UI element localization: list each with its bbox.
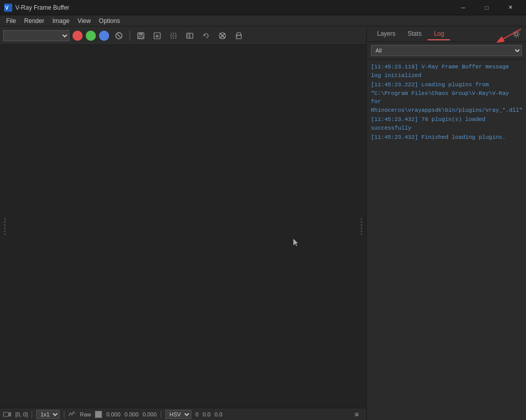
main-layout: [0, 0] 1x1 Raw 0.000 xyxy=(0,27,526,420)
log-entry-3: [11:45:23.432] Finished loading plugins. xyxy=(371,133,522,142)
menu-options[interactable]: Options xyxy=(95,16,124,26)
status-value3: 0.000 xyxy=(143,411,157,417)
window-title: V-Ray Frame Buffer xyxy=(15,4,69,11)
svg-rect-6 xyxy=(139,36,143,38)
right-drag-handle xyxy=(361,218,362,235)
status-num3: 0.0 xyxy=(215,411,222,417)
status-value2: 0.000 xyxy=(124,411,139,417)
tab-stats[interactable]: Stats xyxy=(402,28,428,40)
log-entry-0: [11:45:23.118] V-Ray Frame Buffer messag… xyxy=(371,63,522,80)
status-sep-1 xyxy=(32,411,32,418)
color-red-button[interactable] xyxy=(72,31,83,41)
menu-bar: File Render Image View Options xyxy=(0,15,526,27)
log-filter-dropdown[interactable]: All Info Warning Error xyxy=(371,45,522,56)
rotate-button[interactable] xyxy=(199,29,213,42)
canvas-area: [0, 0] 1x1 Raw 0.000 xyxy=(0,27,367,420)
clear-button[interactable] xyxy=(216,29,229,42)
status-colormode: HSV xyxy=(165,410,191,419)
toolbar xyxy=(0,27,366,45)
svg-text:V: V xyxy=(5,5,9,11)
status-channel-icon xyxy=(68,411,76,418)
status-num2: 0.0 xyxy=(203,411,210,417)
toolbar-sep-1 xyxy=(130,31,130,41)
tabs-bar: Layers Stats Log xyxy=(367,27,526,42)
tab-log[interactable]: Log xyxy=(428,28,450,40)
svg-point-22 xyxy=(515,33,518,36)
log-entry-2: [11:45:23.432] 78 plugin(s) loaded succe… xyxy=(371,115,522,132)
save-button[interactable] xyxy=(134,29,147,42)
left-drag-handle xyxy=(4,218,6,235)
menu-image[interactable]: Image xyxy=(48,16,73,26)
tabs-left: Layers Stats Log xyxy=(371,28,450,40)
select-region-button[interactable] xyxy=(167,29,180,42)
menu-file[interactable]: File xyxy=(2,16,20,26)
status-render-icon xyxy=(3,410,11,418)
svg-rect-14 xyxy=(187,33,190,38)
status-sep-3 xyxy=(161,411,161,418)
svg-line-3 xyxy=(117,34,120,37)
close-button[interactable]: ✕ xyxy=(498,0,522,15)
title-bar-left: V V-Ray Frame Buffer xyxy=(4,4,69,12)
compare-button[interactable] xyxy=(183,29,196,42)
svg-marker-19 xyxy=(9,412,11,416)
zoom-dropdown[interactable]: 1x1 xyxy=(36,410,60,419)
export-button[interactable] xyxy=(151,29,164,42)
cursor-indicator xyxy=(293,239,299,247)
layer-dropdown[interactable] xyxy=(3,30,69,41)
svg-rect-18 xyxy=(4,412,9,416)
status-expand-button[interactable]: ≡ xyxy=(350,408,363,421)
tab-settings-button[interactable] xyxy=(511,29,522,40)
tab-layers[interactable]: Layers xyxy=(371,28,402,40)
menu-render[interactable]: Render xyxy=(20,16,48,26)
status-bar: [0, 0] 1x1 Raw 0.000 xyxy=(0,408,366,420)
status-color-swatch xyxy=(95,411,102,418)
color-mode-dropdown[interactable]: HSV xyxy=(165,410,191,419)
svg-rect-5 xyxy=(139,33,143,35)
minimize-button[interactable]: ─ xyxy=(452,0,475,15)
reset-color-button[interactable] xyxy=(112,29,126,42)
log-filter-area: All Info Warning Error xyxy=(367,42,526,60)
status-coords: [0, 0] xyxy=(15,411,28,417)
canvas-viewport[interactable] xyxy=(0,45,366,408)
status-zoom: 1x1 xyxy=(36,410,60,419)
right-panel: Layers Stats Log All Info Warning Error xyxy=(367,27,526,420)
title-bar-controls: ─ □ ✕ xyxy=(452,0,522,15)
bucket-button[interactable] xyxy=(232,29,245,42)
maximize-button[interactable]: □ xyxy=(475,0,498,15)
color-blue-button[interactable] xyxy=(99,31,109,41)
color-green-button[interactable] xyxy=(86,31,96,41)
status-channel-label: Raw xyxy=(80,411,91,417)
log-entry-1: [11:45:23.222] Loading plugins from "C:\… xyxy=(371,81,522,114)
app-icon: V xyxy=(4,4,12,12)
log-content: [11:45:23.118] V-Ray Frame Buffer messag… xyxy=(367,60,526,420)
title-bar: V V-Ray Frame Buffer ─ □ ✕ xyxy=(0,0,526,15)
status-num1: 0 xyxy=(195,411,198,417)
status-value1: 0.000 xyxy=(106,411,120,417)
status-sep-2 xyxy=(64,411,64,418)
svg-rect-16 xyxy=(236,35,241,39)
menu-view[interactable]: View xyxy=(73,16,95,26)
